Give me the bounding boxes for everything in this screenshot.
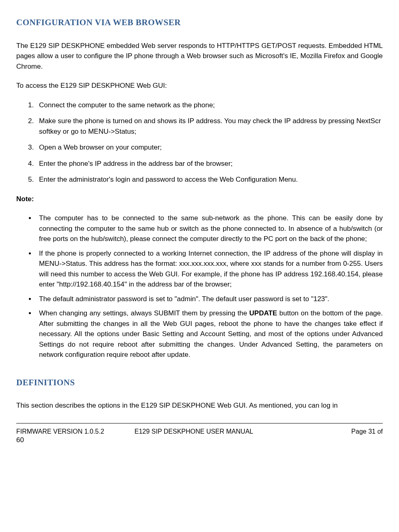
list-item: Open a Web browser on your computer; bbox=[36, 142, 383, 153]
list-item: Connect the computer to the same network… bbox=[36, 100, 383, 111]
list-item: Enter the phone's IP address in the addr… bbox=[36, 159, 383, 169]
text-span: When changing any settings, always SUBMI… bbox=[39, 309, 249, 317]
list-item: When changing any settings, always SUBMI… bbox=[36, 308, 383, 360]
definitions-paragraph: This section describes the options in th… bbox=[16, 400, 383, 411]
notes-list: The computer has to be connected to the … bbox=[16, 213, 383, 360]
footer-firmware-version: FIRMWARE VERSION 1.0.5.2 bbox=[16, 427, 134, 436]
note-label: Note: bbox=[16, 194, 383, 204]
list-item: Make sure the phone is turned on and sho… bbox=[36, 116, 383, 137]
list-item: The computer has to be connected to the … bbox=[36, 213, 383, 244]
list-item: Enter the administrator's login and pass… bbox=[36, 174, 383, 185]
page-footer: FIRMWARE VERSION 1.0.5.2 E129 SIP DESKPH… bbox=[16, 423, 383, 436]
list-item: The default administrator password is se… bbox=[36, 294, 383, 304]
section-heading-configuration: CONFIGURATION VIA WEB BROWSER bbox=[16, 16, 383, 29]
footer-document-title: E129 SIP DESKPHONE USER MANUAL bbox=[134, 427, 300, 436]
list-item: If the phone is properly connected to a … bbox=[36, 248, 383, 290]
intro-paragraph: The E129 SIP DESKPHONE embedded Web serv… bbox=[16, 41, 383, 72]
footer-page-number: Page 31 of bbox=[300, 427, 383, 436]
steps-list: Connect the computer to the same network… bbox=[16, 100, 383, 185]
section-heading-definitions: DEFINITIONS bbox=[16, 376, 383, 389]
access-intro: To access the E129 SIP DESKPHONE Web GUI… bbox=[16, 80, 383, 91]
update-bold: UPDATE bbox=[249, 309, 278, 317]
